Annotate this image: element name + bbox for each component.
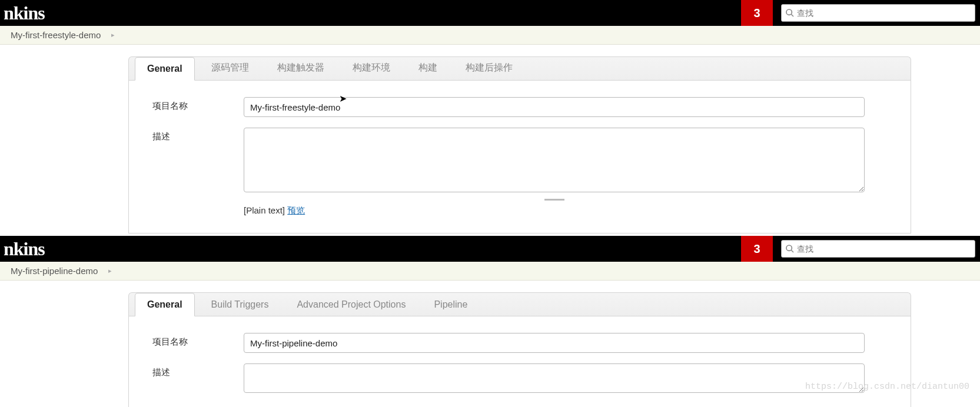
description-label: 描述 — [152, 128, 244, 142]
config-panel: 项目名称 描述 [Plain text] 预览 — [128, 80, 911, 233]
logo: nkins — [4, 2, 45, 24]
tab-pipeline[interactable]: Pipeline — [422, 293, 479, 316]
tab-advanced-options[interactable]: Advanced Project Options — [285, 293, 417, 316]
tabs-bar: General 源码管理 构建触发器 构建环境 构建 构建后操作 — [128, 56, 911, 80]
format-hint: [Plain text] 预览 — [244, 205, 887, 216]
chevron-right-icon: ▸ — [111, 31, 115, 39]
row-description: 描述 — [152, 363, 887, 395]
tab-scm[interactable]: 源码管理 — [200, 56, 261, 80]
tabs-bar: General Build Triggers Advanced Project … — [128, 292, 911, 316]
content-area: General 源码管理 构建触发器 构建环境 构建 构建后操作 项目名称 描述 — [0, 45, 980, 233]
row-project-name: 项目名称 — [152, 333, 887, 353]
description-textarea[interactable] — [244, 128, 865, 192]
project-name-label: 项目名称 — [152, 333, 244, 348]
header-bar: nkins 3 — [0, 236, 980, 262]
tab-build-triggers[interactable]: Build Triggers — [200, 293, 281, 316]
header-right: 3 — [741, 0, 980, 26]
format-text: [Plain text] — [244, 205, 287, 215]
search-icon — [785, 8, 795, 18]
search-box[interactable] — [781, 4, 975, 22]
svg-line-3 — [791, 250, 793, 252]
search-input[interactable] — [797, 244, 971, 253]
content-area: General Build Triggers Advanced Project … — [0, 281, 980, 407]
tab-general[interactable]: General — [135, 57, 195, 81]
header-right: 3 — [741, 236, 980, 262]
project-name-label: 项目名称 — [152, 97, 244, 112]
breadcrumb-bar: My-first-freestyle-demo ▸ — [0, 26, 980, 45]
breadcrumb-bar: My-first-pipeline-demo ▸ — [0, 262, 980, 281]
notification-badge[interactable]: 3 — [741, 0, 773, 26]
header-bar: nkins 3 — [0, 0, 980, 26]
search-box[interactable] — [781, 240, 975, 258]
config-panel: 项目名称 描述 — [128, 316, 911, 407]
description-label: 描述 — [152, 363, 244, 378]
section-freestyle: nkins 3 My-first-freestyle-demo ▸ Genera… — [0, 0, 980, 233]
svg-point-2 — [786, 245, 792, 251]
description-textarea[interactable] — [244, 363, 865, 393]
tab-build-env[interactable]: 构建环境 — [341, 56, 402, 80]
section-pipeline: nkins 3 My-first-pipeline-demo ▸ General… — [0, 236, 980, 407]
tab-general[interactable]: General — [135, 293, 195, 316]
search-icon — [785, 244, 795, 253]
tab-build-triggers[interactable]: 构建触发器 — [265, 56, 336, 80]
breadcrumb-item[interactable]: My-first-pipeline-demo — [11, 266, 98, 276]
notification-badge[interactable]: 3 — [741, 236, 773, 262]
svg-line-1 — [791, 14, 793, 16]
chevron-right-icon: ▸ — [108, 267, 112, 275]
logo: nkins — [4, 238, 45, 260]
svg-point-0 — [786, 9, 792, 15]
tab-post-build[interactable]: 构建后操作 — [454, 56, 524, 80]
preview-link[interactable]: 预览 — [287, 205, 305, 215]
tab-build[interactable]: 构建 — [407, 56, 449, 80]
row-project-name: 项目名称 — [152, 97, 887, 117]
row-description: 描述 [Plain text] 预览 — [152, 128, 887, 216]
breadcrumb-item[interactable]: My-first-freestyle-demo — [11, 30, 101, 40]
project-name-input[interactable] — [244, 333, 865, 353]
search-input[interactable] — [797, 8, 971, 18]
project-name-input[interactable] — [244, 97, 865, 117]
resize-handle[interactable] — [244, 192, 865, 203]
